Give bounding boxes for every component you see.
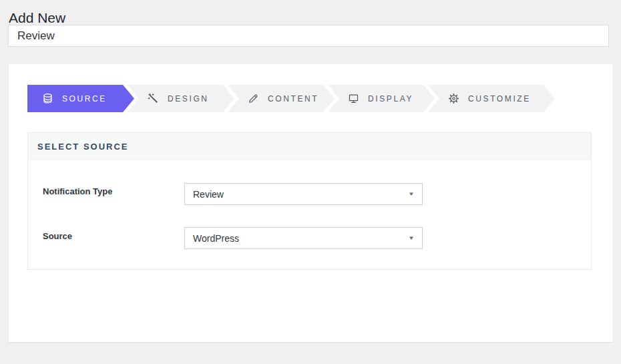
notification-type-select[interactable]: Review ▼: [184, 183, 423, 205]
notification-type-value: Review: [193, 189, 224, 200]
chevron-down-icon: ▼: [408, 191, 415, 197]
tab-customize-label: CUSTOMIZE: [468, 94, 531, 104]
database-icon: [42, 93, 53, 104]
notification-title-input[interactable]: [8, 25, 609, 47]
chevron-down-icon: ▼: [408, 235, 415, 241]
page-title: Add New: [9, 10, 65, 26]
wizard-card: SOURCE DESIGN CONTENT: [9, 64, 612, 342]
source-value: WordPress: [193, 233, 239, 244]
select-source-section: SELECT SOURCE Notification Type Review ▼…: [27, 132, 592, 270]
section-header: SELECT SOURCE: [28, 133, 591, 160]
pencil-icon: [248, 93, 259, 104]
tab-customize[interactable]: CUSTOMIZE: [428, 85, 555, 112]
monitor-icon: [348, 93, 359, 104]
tab-content[interactable]: CONTENT: [228, 85, 335, 112]
tab-design-label: DESIGN: [168, 94, 209, 104]
tab-design[interactable]: DESIGN: [128, 85, 234, 112]
source-select[interactable]: WordPress ▼: [184, 227, 423, 249]
tab-display-label: DISPLAY: [368, 94, 413, 104]
add-new-notification-page: { "page_title": "Add New", "title_input"…: [0, 0, 621, 364]
source-label: Source: [43, 231, 72, 241]
tab-source[interactable]: SOURCE: [27, 85, 134, 112]
tab-source-label: SOURCE: [62, 94, 107, 104]
section-title: SELECT SOURCE: [37, 142, 129, 152]
tab-content-label: CONTENT: [268, 94, 319, 104]
magic-wand-icon: [148, 93, 159, 104]
tab-display[interactable]: DISPLAY: [328, 85, 435, 112]
notification-type-label: Notification Type: [43, 186, 112, 196]
wizard-step-tabs: SOURCE DESIGN CONTENT: [27, 85, 555, 112]
gear-icon: [448, 93, 459, 104]
